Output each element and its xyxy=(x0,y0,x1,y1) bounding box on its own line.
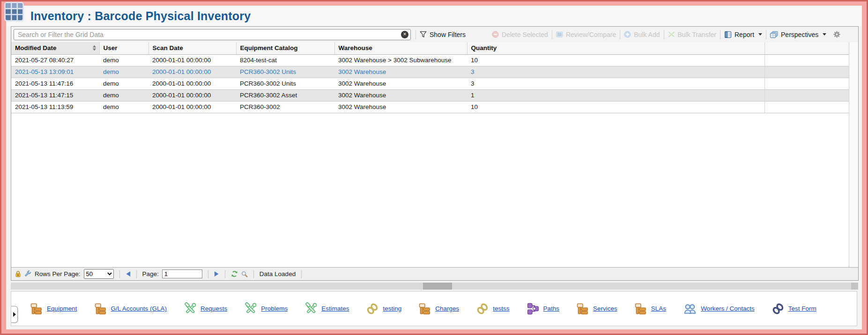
rows-per-page-select[interactable]: 50 xyxy=(84,269,114,279)
show-filters-button[interactable]: Show Filters xyxy=(416,29,469,41)
scrollbar-end-button[interactable] xyxy=(851,283,858,290)
expand-panel-handle[interactable] xyxy=(11,306,18,323)
column-header-warehouse[interactable]: Warehouse xyxy=(334,42,467,54)
paths-link[interactable]: Paths xyxy=(543,305,560,312)
workers-contacts-link[interactable]: Workers / Contacts xyxy=(701,305,755,312)
problems-link[interactable]: Problems xyxy=(261,305,288,312)
catalog-tree-icon xyxy=(30,302,43,315)
report-button[interactable]: Report xyxy=(720,29,766,41)
bulk-add-button[interactable]: Bulk Add xyxy=(620,29,663,41)
cell-warehouse: 3002 Warehouse xyxy=(334,101,467,113)
column-header-user[interactable]: User xyxy=(99,42,148,54)
plus-circle-icon xyxy=(624,31,631,38)
table-row-selected[interactable]: 2021-05-13 13:09:01 demo 2000-01-01 00:0… xyxy=(11,66,849,78)
report-label: Report xyxy=(734,31,754,38)
cell-warehouse: 3002 Warehouse xyxy=(334,78,467,89)
cell-equipment-catalog: 8204-test-cat xyxy=(236,54,334,66)
link-requests: Requests xyxy=(184,302,227,315)
sort-icon xyxy=(92,45,96,51)
clear-search-icon[interactable]: × xyxy=(401,31,408,38)
link-charges: Charges xyxy=(418,302,459,315)
cell-user: demo xyxy=(99,66,148,78)
link-testss: testss xyxy=(476,302,509,315)
link-estimates: Estimates xyxy=(304,302,349,315)
refresh-button[interactable] xyxy=(231,270,238,277)
perspectives-label: Perspectives xyxy=(781,31,818,38)
cell-scan-date: 2000-01-01 00:00:00 xyxy=(148,101,236,113)
previous-page-button[interactable] xyxy=(126,271,131,277)
pager-divider xyxy=(136,270,137,278)
horizontal-scrollbar[interactable] xyxy=(11,283,858,290)
crossed-arrows-icon xyxy=(668,31,675,38)
header-row: Modified Date User Scan Date Equipment C… xyxy=(11,42,849,54)
chain-gold-icon xyxy=(476,302,489,315)
requests-link[interactable]: Requests xyxy=(200,305,227,312)
settings-button[interactable] xyxy=(833,30,841,38)
equipment-link[interactable]: Equipment xyxy=(47,305,77,312)
page-label: Page: xyxy=(142,270,159,277)
column-header-scan-date[interactable]: Scan Date xyxy=(148,42,236,54)
review-compare-button[interactable]: Review/Compare xyxy=(552,29,620,41)
gear-icon xyxy=(833,30,841,38)
link-paths: Paths xyxy=(527,302,560,315)
link-slas: SLAs xyxy=(634,302,666,315)
catalog-tree-icon xyxy=(576,302,589,315)
chain-gold-icon xyxy=(366,302,379,315)
slas-link[interactable]: SLAs xyxy=(651,305,666,312)
gl-accounts-link[interactable]: G/L Accounts (GLA) xyxy=(111,305,167,312)
cell-equipment-catalog: PCR360-3002 Asset xyxy=(236,89,334,101)
scrollbar-thumb[interactable] xyxy=(423,283,452,290)
cell-empty xyxy=(764,78,849,89)
column-header-quantity[interactable]: Quantity xyxy=(467,42,764,54)
column-header-empty xyxy=(764,42,849,54)
link-workers-contacts: Workers / Contacts xyxy=(683,302,755,315)
delete-selected-button[interactable]: Delete Selected xyxy=(488,29,552,41)
magnifier-icon xyxy=(241,271,248,277)
minus-circle-icon xyxy=(492,31,499,38)
pager-divider xyxy=(208,270,208,278)
perspectives-layers-icon xyxy=(770,31,778,38)
charges-link[interactable]: Charges xyxy=(435,305,459,312)
column-header-equipment-catalog[interactable]: Equipment Catalog xyxy=(236,42,334,54)
tools-icon xyxy=(304,302,318,315)
tools-icon xyxy=(184,302,197,315)
cell-quantity: 10 xyxy=(467,54,764,66)
estimates-link[interactable]: Estimates xyxy=(321,305,349,312)
page-input[interactable] xyxy=(162,269,202,278)
column-label: Modified Date xyxy=(15,44,57,51)
testing-link[interactable]: testing xyxy=(383,305,401,312)
links-row: Equipment G/L Accounts (GLA) xyxy=(11,291,857,326)
cell-warehouse: 3002 Warehouse xyxy=(334,89,467,101)
bulk-transfer-button[interactable]: Bulk Transfer xyxy=(664,29,720,41)
test-form-link[interactable]: Test Form xyxy=(788,305,816,312)
zoom-button[interactable] xyxy=(241,271,248,277)
list-box-icon xyxy=(556,31,563,38)
next-page-button[interactable] xyxy=(214,271,219,277)
cell-modified-date: 2021-05-13 11:47:16 xyxy=(11,78,99,89)
right-triangle-icon xyxy=(13,312,16,317)
cell-warehouse: 3002 Warehouse xyxy=(334,66,467,78)
testss-link[interactable]: testss xyxy=(493,305,509,312)
page-content: Inventory : Barcode Physical Inventory ×… xyxy=(6,6,862,329)
people-icon xyxy=(683,302,697,315)
column-header-modified-date[interactable]: Modified Date xyxy=(11,42,99,54)
table-row[interactable]: 2021-05-13 11:13:59 demo 2000-01-01 00:0… xyxy=(11,101,849,113)
page-title: Inventory : Barcode Physical Inventory xyxy=(30,9,251,23)
pager-divider xyxy=(119,270,120,278)
services-link[interactable]: Services xyxy=(593,305,617,312)
cell-modified-date: 2021-05-13 11:13:59 xyxy=(11,101,99,113)
table-row[interactable]: 2021-05-13 11:47:16 demo 2000-01-01 00:0… xyxy=(11,78,849,89)
cell-user: demo xyxy=(99,78,148,89)
search-input[interactable] xyxy=(14,29,411,40)
vertical-scrollbar[interactable] xyxy=(849,42,858,267)
perspectives-button[interactable]: Perspectives xyxy=(766,29,830,41)
search-box: × xyxy=(14,29,411,40)
grid-panel: × Show Filters Delete Selected xyxy=(11,26,859,281)
wrench-icon[interactable] xyxy=(24,270,31,277)
table-row[interactable]: 2021-05-27 08:40:27 demo 2000-01-01 00:0… xyxy=(11,54,849,66)
link-test-form: Test Form xyxy=(772,302,816,315)
review-compare-label: Review/Compare xyxy=(566,31,616,38)
table-row[interactable]: 2021-05-13 11:47:15 demo 2000-01-01 00:0… xyxy=(11,89,849,101)
right-triangle-icon xyxy=(214,271,219,277)
pager-divider xyxy=(301,270,302,278)
